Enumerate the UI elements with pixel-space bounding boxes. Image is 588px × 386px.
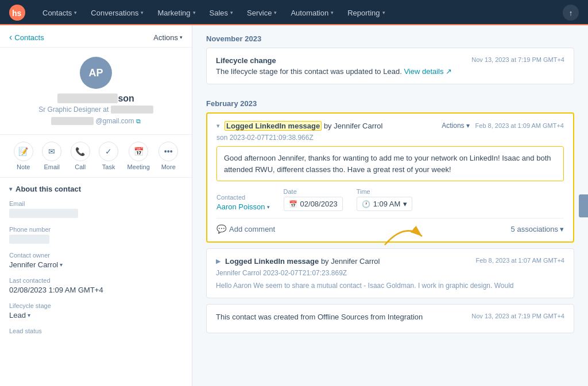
linkedin-collapsed-title: Logged LinkedIn message by Jennifer Carr… [225, 257, 380, 266]
lead-status-field-group: Lead status [9, 327, 183, 334]
call-button[interactable]: 📞 Call [71, 142, 90, 170]
more-label: More [161, 163, 176, 170]
time-input[interactable]: 🕐 1:09 AM ▾ [357, 197, 413, 211]
contacted-value[interactable]: Aaron Poisson ▾ [216, 202, 270, 211]
owner-field-label: Contact owner [9, 252, 183, 259]
associations-button[interactable]: 5 associations ▾ [511, 225, 564, 233]
lifecycle-value[interactable]: Lead ▾ [9, 311, 183, 319]
linkedin-message-card-collapsed: ▶ Logged LinkedIn message by Jennifer Ca… [206, 248, 574, 298]
lifecycle-card-text: The lifecycle stage for this contact was… [216, 67, 564, 76]
lifecycle-field-group: Lifecycle stage Lead ▾ [9, 302, 183, 319]
upgrade-icon[interactable]: ↑ [563, 5, 579, 21]
section-february-2023: February 2023 [206, 90, 574, 112]
nav-conversations[interactable]: Conversations ▾ [85, 5, 149, 21]
meeting-label: Meeting [127, 163, 150, 170]
task-button[interactable]: ✓ Task [99, 142, 118, 170]
scroll-indicator[interactable] [579, 194, 588, 217]
linkedin-card-title: Logged LinkedIn message by Jennifer Carr… [225, 122, 383, 130]
date-field: Date 📅 02/08/2023 [284, 188, 343, 211]
top-navigation: hs Contacts ▾ Conversations ▾ Marketing … [0, 0, 588, 25]
time-chevron-icon: ▾ [403, 200, 407, 208]
contacted-chevron-icon: ▾ [267, 204, 270, 210]
section-november-2023: November 2023 [206, 25, 574, 48]
nav-contacts[interactable]: Contacts ▾ [37, 5, 83, 21]
view-details-link[interactable]: View details ↗ [404, 67, 452, 76]
lifecycle-card-title: Lifecycle change [216, 56, 276, 65]
call-label: Call [75, 163, 86, 170]
linkedin-collapsed-timestamp: Feb 8, 2023 at 1:07 AM GMT+4 [476, 257, 564, 264]
actions-chevron-icon: ▾ [466, 122, 470, 130]
nav-service[interactable]: Service ▾ [241, 5, 283, 21]
about-section: ▾ About this contact Email Phone number … [0, 178, 192, 349]
actions-chevron: ▾ [180, 34, 183, 40]
date-input[interactable]: 📅 02/08/2023 [284, 197, 343, 211]
offline-card-text: This contact was created from Offline So… [216, 313, 423, 321]
time-label: Time [357, 188, 413, 195]
action-buttons: 📝 Note ✉ Email 📞 Call ✓ Task 📅 Meeting •… [0, 135, 192, 178]
associations-chevron-icon: ▾ [560, 225, 564, 233]
expand-collapsed-icon[interactable]: ▶ [216, 258, 220, 265]
email-field-value [9, 209, 78, 218]
linkedin-collapsed-preview: Hello Aaron We seem to share a mutual co… [216, 282, 564, 290]
about-header[interactable]: ▾ About this contact [9, 185, 183, 193]
linkedin-title-highlighted: Logged LinkedIn message [225, 121, 322, 131]
lifecycle-label: Lifecycle stage [9, 302, 183, 309]
clock-icon: 🕐 [362, 200, 370, 208]
main-content: November 2023 Lifecycle change Nov 13, 2… [192, 25, 588, 386]
note-icon: 📝 [14, 142, 33, 161]
email-field-group: Email [9, 200, 183, 218]
email-field-label: Email [9, 200, 183, 207]
nav-reporting[interactable]: Reporting ▾ [342, 5, 390, 21]
note-label: Note [17, 163, 30, 170]
linkedin-actions-button[interactable]: Actions ▾ [442, 122, 469, 130]
lifecycle-change-card: Lifecycle change Nov 13, 2023 at 7:19 PM… [206, 48, 574, 84]
note-button[interactable]: 📝 Note [14, 142, 33, 170]
email-label: Email [44, 163, 60, 170]
last-contacted-field-group: Last contacted 02/08/2023 1:09 AM GMT+4 [9, 277, 183, 294]
phone-field-label: Phone number [9, 226, 183, 233]
task-icon: ✓ [99, 142, 118, 161]
owner-field-value[interactable]: Jennifer Carrol ▾ [9, 260, 183, 269]
hubspot-logo[interactable]: hs [9, 5, 25, 21]
linkedin-card-fields: Contacted Aaron Poisson ▾ Date 📅 02/08/2… [216, 188, 564, 211]
about-title: About this contact [16, 185, 81, 193]
nav-items: Contacts ▾ Conversations ▾ Marketing ▾ S… [37, 5, 563, 21]
contact-sidebar: Contacts Actions ▾ AP ████son Sr Graphic… [0, 25, 192, 386]
phone-field-group: Phone number [9, 226, 183, 244]
lifecycle-card-header: Lifecycle change Nov 13, 2023 at 7:19 PM… [216, 56, 564, 65]
linkedin-card-timestamp: Feb 8, 2023 at 1:09 AM GMT+4 [475, 122, 564, 129]
offline-sources-card: This contact was created from Offline So… [206, 304, 574, 333]
lifecycle-card-timestamp: Nov 13, 2023 at 7:19 PM GMT+4 [471, 56, 564, 63]
contact-profile: AP ████son Sr Graphic Designer at ████ █… [0, 48, 192, 135]
back-to-contacts[interactable]: Contacts [9, 32, 44, 42]
calendar-icon: 📅 [289, 200, 297, 208]
linkedin-card-header-right: Actions ▾ Feb 8, 2023 at 1:09 AM GMT+4 [442, 122, 564, 130]
email-icon: ✉ [42, 142, 61, 161]
meeting-icon: 📅 [129, 142, 148, 161]
contacted-field: Contacted Aaron Poisson ▾ [216, 194, 270, 211]
phone-icon: 📞 [71, 142, 90, 161]
owner-chevron-icon: ▾ [60, 262, 63, 268]
linkedin-message-body: Good afternoon Jennifer, thanks for want… [216, 146, 564, 181]
linkedin-card-header: ▾ Logged LinkedIn message by Jennifer Ca… [216, 122, 564, 130]
expand-icon[interactable]: ▾ [216, 122, 220, 130]
main-layout: Contacts Actions ▾ AP ████son Sr Graphic… [0, 25, 588, 386]
avatar: AP [80, 57, 112, 89]
add-comment-button[interactable]: 💬 Add comment [216, 224, 275, 233]
offline-card-timestamp: Nov 13, 2023 at 7:19 PM GMT+4 [471, 313, 564, 319]
last-contacted-value: 02/08/2023 1:09 AM GMT+4 [9, 286, 183, 294]
date-label: Date [284, 188, 343, 195]
copy-email-icon[interactable]: ⧉ [136, 118, 141, 125]
nav-sales[interactable]: Sales ▾ [204, 5, 239, 21]
contact-email: ████@gmail.com ⧉ [51, 117, 141, 125]
more-button[interactable]: ••• More [158, 142, 178, 170]
comment-icon: 💬 [216, 224, 226, 233]
sidebar-actions-button[interactable]: Actions ▾ [153, 33, 183, 42]
about-chevron-icon: ▾ [9, 186, 12, 192]
nav-automation[interactable]: Automation ▾ [285, 5, 339, 21]
meeting-button[interactable]: 📅 Meeting [127, 142, 150, 170]
contact-title: Sr Graphic Designer at ████ [38, 106, 153, 114]
email-button[interactable]: ✉ Email [42, 142, 61, 170]
nav-marketing[interactable]: Marketing ▾ [152, 5, 201, 21]
more-icon: ••• [158, 142, 178, 161]
